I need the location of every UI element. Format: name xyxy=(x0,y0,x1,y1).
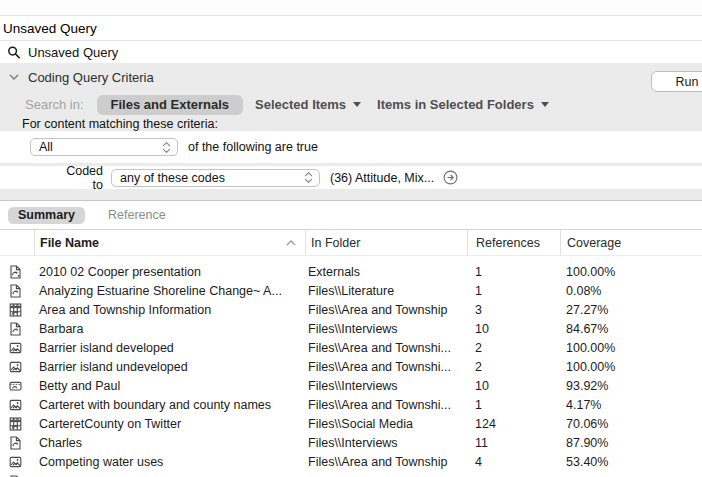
column-header-label: Coverage xyxy=(567,236,621,250)
table-row[interactable]: Betty and PaulFiles\\Interviews1093.92% xyxy=(0,377,702,396)
column-header-label: In Folder xyxy=(311,236,360,250)
query-name-label: Unsaved Query xyxy=(28,45,118,60)
dropdown-triangle-icon xyxy=(541,102,549,107)
coverage-cell: 100.00% xyxy=(560,341,702,355)
chevron-down-icon[interactable] xyxy=(7,71,21,85)
file-icon-cell xyxy=(0,398,34,412)
references-cell: 4 xyxy=(467,455,560,469)
coding-query-criteria-section: Coding Query Criteria Run Search in: Fil… xyxy=(0,63,702,200)
in-folder-cell: Files\\Interviews xyxy=(305,322,467,336)
picture-icon xyxy=(8,455,22,469)
in-folder-cell: Externals xyxy=(305,265,467,279)
window-title-bar: Unsaved Query xyxy=(0,16,702,41)
scope-items-in-selected-folders-button[interactable]: Items in Selected Folders xyxy=(377,97,549,112)
coded-to-row: Coded to any of these codes (36) Attitud… xyxy=(0,166,702,189)
coverage-cell: 100.00% xyxy=(560,265,702,279)
operator-suffix-label: of the following are true xyxy=(188,140,318,154)
column-header-coverage[interactable]: Coverage xyxy=(560,230,702,255)
stepper-icon xyxy=(301,171,315,185)
file-name-cell: Barbara xyxy=(34,322,305,336)
coded-to-select[interactable]: any of these codes xyxy=(111,169,320,187)
file-name-cell: Barrier island developed xyxy=(34,341,305,355)
file-name-cell: Area and Township Information xyxy=(34,303,305,317)
picture-icon xyxy=(8,360,22,374)
table-row[interactable]: Area and Township InformationFiles\\Area… xyxy=(0,300,702,319)
file-icon-cell xyxy=(0,322,34,336)
video-icon xyxy=(8,379,22,393)
coverage-cell: 87.90% xyxy=(560,436,702,450)
references-cell: 2 xyxy=(467,341,560,355)
file-name-cell: Competing water uses xyxy=(34,455,305,469)
toolbar-strip xyxy=(0,0,702,16)
file-icon-cell xyxy=(0,360,34,374)
criteria-operator-row: All of the following are true xyxy=(0,131,702,163)
references-cell: 1 xyxy=(467,284,560,298)
file-name-cell: CarteretCounty on Twitter xyxy=(34,417,305,431)
in-folder-cell: Files\\Area and Townshi... xyxy=(305,341,467,355)
table-row[interactable]: BarbaraFiles\\Interviews1084.67% xyxy=(0,319,702,338)
dataset-icon xyxy=(8,417,22,431)
coverage-cell: 27.27% xyxy=(560,303,702,317)
coverage-cell: 53.40% xyxy=(560,455,702,469)
circle-arrow-right-icon[interactable] xyxy=(443,170,458,185)
operator-select-value: All xyxy=(39,140,53,154)
table-row[interactable]: CarteretCounty on TwitterFiles\\Social M… xyxy=(0,415,702,434)
file-icon-cell xyxy=(0,341,34,355)
table-row[interactable]: Analyzing Estuarine Shoreline Change~ A.… xyxy=(0,281,702,300)
references-cell: 3 xyxy=(467,303,560,317)
table-body: 2010 02 Cooper presentationExternals1100… xyxy=(0,256,702,477)
document-icon xyxy=(8,436,22,450)
table-row[interactable]: Barrier island undevelopedFiles\\Area an… xyxy=(0,357,702,376)
table-header: File Name In Folder References Coverage xyxy=(0,230,702,256)
dataset-icon xyxy=(8,303,22,317)
tab-summary[interactable]: Summary xyxy=(8,207,85,224)
file-name-cell: Analyzing Estuarine Shoreline Change~ A.… xyxy=(34,284,305,298)
document-icon xyxy=(8,322,22,336)
criteria-section-header[interactable]: Coding Query Criteria Run xyxy=(0,63,702,92)
tab-reference[interactable]: Reference xyxy=(98,207,176,224)
column-header-label: File Name xyxy=(40,236,99,250)
column-header-in-folder[interactable]: In Folder xyxy=(305,230,467,255)
sort-ascending-caret-icon xyxy=(284,236,298,250)
search-scope-row: Search in: Files and Externals Selected … xyxy=(0,92,702,117)
external-document-icon xyxy=(8,265,22,279)
table-row[interactable]: Competing water usesFiles\\Area and Town… xyxy=(0,453,702,472)
in-folder-cell: Files\\Area and Township xyxy=(305,455,467,469)
document-icon xyxy=(8,284,22,298)
file-name-cell: Carteret with boundary and county names xyxy=(34,398,305,412)
table-row[interactable] xyxy=(0,472,702,477)
table-row[interactable]: CharlesFiles\\Interviews1187.90% xyxy=(0,434,702,453)
coverage-cell: 93.92% xyxy=(560,379,702,393)
in-folder-cell: Files\\Area and Townshi... xyxy=(305,398,467,412)
file-name-cell: Charles xyxy=(34,436,305,450)
column-header-file-name[interactable]: File Name xyxy=(34,230,305,255)
selected-codes-summary: (36) Attitude, Mix... xyxy=(330,171,434,185)
table-row[interactable]: Barrier island developedFiles\\Area and … xyxy=(0,338,702,357)
in-folder-cell: Files\\Area and Townshi... xyxy=(305,360,467,374)
scope-selected-items-button[interactable]: Selected Items xyxy=(255,97,361,112)
in-folder-cell: Files\\Literature xyxy=(305,284,467,298)
scope-button-label: Items in Selected Folders xyxy=(377,97,534,112)
in-folder-cell: Files\\Interviews xyxy=(305,379,467,393)
coverage-cell: 4.17% xyxy=(560,398,702,412)
file-icon-cell xyxy=(0,265,34,279)
references-cell: 10 xyxy=(467,379,560,393)
match-criteria-label: For content matching these criteria: xyxy=(0,117,702,131)
criteria-section-title: Coding Query Criteria xyxy=(28,70,154,85)
coded-to-label: Coded to xyxy=(65,164,103,192)
scope-files-and-externals-button[interactable]: Files and Externals xyxy=(97,95,244,115)
coded-to-select-value: any of these codes xyxy=(120,171,225,185)
file-icon-cell xyxy=(0,284,34,298)
table-row[interactable]: 2010 02 Cooper presentationExternals1100… xyxy=(0,262,702,281)
picture-icon xyxy=(8,398,22,412)
references-cell: 1 xyxy=(467,265,560,279)
operator-select[interactable]: All xyxy=(30,138,178,156)
table-row[interactable]: Carteret with boundary and county namesF… xyxy=(0,396,702,415)
run-button[interactable]: Run xyxy=(651,71,702,92)
column-header-references[interactable]: References xyxy=(467,230,560,255)
file-icon-cell xyxy=(0,436,34,450)
stepper-icon xyxy=(159,140,173,154)
in-folder-cell: Files\\Social Media xyxy=(305,417,467,431)
references-cell: 11 xyxy=(467,436,560,450)
file-name-cell: 2010 02 Cooper presentation xyxy=(34,265,305,279)
